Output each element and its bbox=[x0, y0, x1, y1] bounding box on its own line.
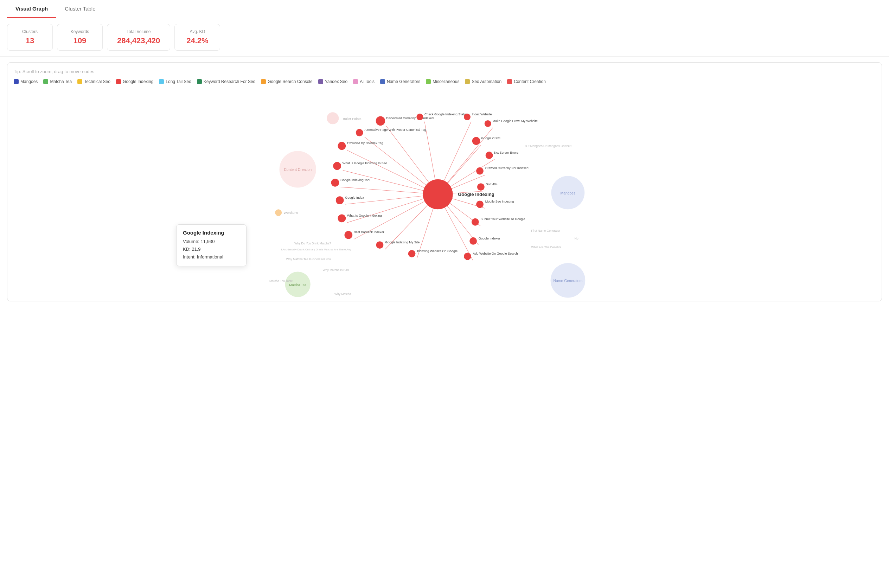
svg-point-85 bbox=[423, 179, 453, 209]
legend-label: Google Search Console bbox=[268, 79, 312, 84]
svg-text:What Is Google Indexing In Seo: What Is Google Indexing In Seo bbox=[343, 161, 387, 165]
tooltip-volume: Volume: 11,930 bbox=[183, 238, 240, 246]
svg-text:Why Matcha Is Bad: Why Matcha Is Bad bbox=[323, 268, 349, 272]
legend-item: Google Indexing bbox=[116, 79, 153, 84]
legend-label: Technical Seo bbox=[84, 79, 110, 84]
tooltip-intent: Intent: Informational bbox=[183, 253, 240, 261]
svg-text:Why Matcha: Why Matcha bbox=[334, 292, 351, 296]
legend-color-dot bbox=[159, 79, 164, 84]
svg-text:No: No bbox=[575, 237, 579, 240]
svg-text:Matcha Tea: Matcha Tea bbox=[289, 283, 307, 286]
svg-point-77 bbox=[469, 237, 477, 245]
svg-text:Why Matcha Tea Is Good For You: Why Matcha Tea Is Good For You bbox=[286, 257, 331, 261]
total-volume-label: Total Volume bbox=[117, 29, 160, 34]
legend-item: Miscellaneous bbox=[426, 79, 459, 84]
svg-text:Discovered Currently Not Index: Discovered Currently Not Indexed bbox=[386, 116, 433, 120]
svg-text:Bullet Points: Bullet Points bbox=[343, 117, 361, 121]
legend-color-dot bbox=[426, 79, 431, 84]
svg-text:Name Generators: Name Generators bbox=[553, 279, 582, 283]
svg-point-71 bbox=[338, 214, 346, 222]
keywords-label: Keywords bbox=[67, 29, 93, 34]
legend-item: Ai Tools bbox=[353, 79, 375, 84]
svg-point-69 bbox=[476, 201, 484, 208]
tooltip-kd-label: KD: bbox=[183, 246, 190, 252]
svg-text:Alternative Page With Proper C: Alternative Page With Proper Canonical T… bbox=[364, 128, 426, 132]
stat-clusters: Clusters 13 bbox=[7, 24, 53, 51]
legend-label: Matcha Tea bbox=[50, 79, 72, 84]
svg-point-63 bbox=[331, 178, 339, 187]
legend-color-dot bbox=[380, 79, 385, 84]
tooltip-intent-value: Informational bbox=[197, 254, 223, 260]
svg-text:Mangoes: Mangoes bbox=[560, 191, 575, 195]
legend-item: Yandex Seo bbox=[318, 79, 348, 84]
legend-item: Mangoes bbox=[14, 79, 37, 84]
svg-point-75 bbox=[344, 231, 352, 239]
graph-svg[interactable]: Content Creation Bullet Points Wordtune … bbox=[7, 94, 882, 301]
stats-bar: Clusters 13 Keywords 109 Total Volume 28… bbox=[0, 18, 889, 57]
legend-color-dot bbox=[14, 79, 19, 84]
legend-color-dot bbox=[261, 79, 266, 84]
tooltip-intent-label: Intent: bbox=[183, 254, 195, 260]
svg-text:Mobile Seo Indexing: Mobile Seo Indexing bbox=[485, 200, 514, 203]
svg-point-79 bbox=[376, 241, 384, 249]
legend-item: Matcha Tea bbox=[43, 79, 72, 84]
svg-text:Google Indexing Tool: Google Indexing Tool bbox=[340, 178, 370, 182]
svg-text:Best Backlink Indexer: Best Backlink Indexer bbox=[354, 230, 384, 234]
stat-keywords: Keywords 109 bbox=[57, 24, 103, 51]
svg-point-49 bbox=[484, 120, 491, 127]
legend-item: Google Search Console bbox=[261, 79, 312, 84]
svg-point-59 bbox=[333, 162, 341, 170]
svg-text:Wordtune: Wordtune bbox=[284, 211, 298, 214]
tooltip-volume-value: 11,930 bbox=[201, 239, 215, 244]
legend-color-dot bbox=[507, 79, 512, 84]
svg-text:Why Do You Drink Matcha?: Why Do You Drink Matcha? bbox=[294, 242, 331, 245]
svg-text:Make Google Crawl My Website: Make Google Crawl My Website bbox=[493, 119, 538, 123]
tooltip-volume-label: Volume: bbox=[183, 239, 199, 244]
legend-label: Name Generators bbox=[387, 79, 420, 84]
legend-label: Ai Tools bbox=[360, 79, 375, 84]
svg-point-51 bbox=[356, 129, 363, 136]
legend-color-dot bbox=[465, 79, 470, 84]
graph-container[interactable]: Tip: Scroll to zoom, drag to move nodes … bbox=[7, 62, 882, 302]
svg-point-43 bbox=[376, 116, 385, 126]
svg-text:Add Website On Google Search: Add Website On Google Search bbox=[473, 252, 518, 255]
legend-item: Name Generators bbox=[380, 79, 420, 84]
clusters-value: 13 bbox=[17, 36, 42, 45]
svg-text:Google Indexing: Google Indexing bbox=[458, 192, 495, 197]
svg-text:Check Google Indexing Status: Check Google Indexing Status bbox=[424, 112, 467, 116]
svg-point-2 bbox=[327, 112, 339, 124]
svg-text:Google Indexer: Google Indexer bbox=[478, 237, 501, 240]
legend: MangoesMatcha TeaTechnical SeoGoogle Ind… bbox=[14, 79, 875, 84]
svg-text:What Are The Benefits: What Are The Benefits bbox=[531, 246, 561, 249]
svg-text:5xx Server Errors: 5xx Server Errors bbox=[494, 151, 519, 154]
svg-point-53 bbox=[472, 137, 480, 145]
avg-kd-label: Avg. KD bbox=[184, 29, 210, 34]
svg-text:Google Crawl: Google Crawl bbox=[481, 136, 501, 140]
legend-label: Content Creation bbox=[514, 79, 546, 84]
legend-item: Content Creation bbox=[507, 79, 546, 84]
tab-visual-graph[interactable]: Visual Graph bbox=[7, 0, 56, 18]
svg-text:Index Website: Index Website bbox=[472, 112, 492, 116]
tabs: Visual Graph Cluster Table bbox=[0, 0, 889, 18]
svg-point-45 bbox=[416, 114, 423, 120]
svg-point-83 bbox=[408, 250, 416, 257]
tab-cluster-table[interactable]: Cluster Table bbox=[56, 0, 104, 18]
legend-label: Google Indexing bbox=[123, 79, 153, 84]
legend-label: Miscellaneous bbox=[433, 79, 459, 84]
legend-color-dot bbox=[353, 79, 358, 84]
total-volume-value: 284,423,420 bbox=[117, 36, 160, 45]
svg-text:What Is Google Indexing: What Is Google Indexing bbox=[347, 214, 382, 218]
legend-label: Mangoes bbox=[20, 79, 37, 84]
clusters-label: Clusters bbox=[17, 29, 42, 34]
svg-point-65 bbox=[477, 183, 484, 190]
tooltip-kd-value: 21.9 bbox=[192, 246, 201, 252]
svg-point-57 bbox=[486, 152, 493, 159]
svg-point-55 bbox=[338, 142, 346, 150]
legend-item: Seo Automation bbox=[465, 79, 501, 84]
legend-label: Yandex Seo bbox=[325, 79, 348, 84]
svg-line-28 bbox=[347, 150, 438, 194]
legend-color-dot bbox=[318, 79, 323, 84]
svg-text:Indexing Website On Google: Indexing Website On Google bbox=[417, 249, 457, 253]
svg-point-73 bbox=[472, 218, 479, 226]
keywords-value: 109 bbox=[67, 36, 93, 45]
